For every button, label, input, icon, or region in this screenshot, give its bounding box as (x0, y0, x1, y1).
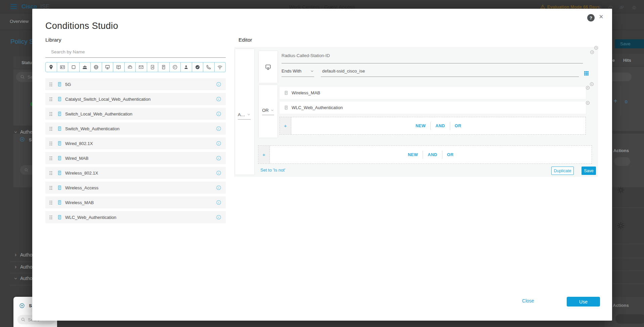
info-icon[interactable] (216, 170, 221, 176)
filter-network-device-icon[interactable] (102, 62, 114, 72)
document-icon (57, 200, 62, 205)
drag-handle-icon[interactable] (48, 185, 53, 190)
value-picker-grid-icon[interactable] (584, 71, 589, 76)
filter-location-pin-icon[interactable] (46, 62, 57, 72)
operator-select[interactable]: Ends With (282, 68, 314, 77)
remove-condition-icon[interactable] (586, 101, 590, 105)
plus-sign: + (284, 123, 287, 129)
remove-condition-icon[interactable] (594, 46, 598, 50)
info-icon[interactable] (216, 126, 221, 131)
attribute-type-card (259, 51, 277, 83)
inner-operator-select[interactable]: OR (262, 108, 274, 115)
drag-handle-icon[interactable] (48, 82, 53, 87)
library-list: 5G Catalyst_Switch_Local_Web_Authenticat… (45, 78, 226, 226)
filter-workstation-icon[interactable] (113, 62, 125, 72)
list-item-switch-web-authentication[interactable]: Switch_Web_Authentication (45, 123, 226, 135)
drag-handle-icon[interactable] (48, 171, 53, 176)
info-icon[interactable] (216, 111, 221, 116)
info-icon[interactable] (216, 155, 221, 161)
drag-handle-icon[interactable] (48, 215, 53, 220)
document-icon (57, 96, 62, 102)
info-icon[interactable] (216, 215, 221, 220)
duplicate-button[interactable]: Duplicate (551, 167, 574, 175)
filter-globe-icon[interactable] (91, 62, 102, 72)
actions-column-header: Actions (613, 303, 629, 308)
and-button[interactable]: AND (428, 152, 437, 157)
document-icon (57, 185, 62, 190)
editor-save-button[interactable]: Save (582, 167, 596, 175)
drop-plus-strip[interactable]: + (258, 146, 270, 164)
list-item-wired-8021x[interactable]: Wired_802.1X (45, 137, 226, 149)
or-button[interactable]: OR (447, 152, 454, 157)
filter-clock-icon[interactable] (170, 62, 181, 72)
filter-user-icon[interactable] (181, 62, 192, 72)
list-item-wlc-web-authentication[interactable]: WLC_Web_Authentication (45, 211, 226, 223)
set-is-not-link[interactable]: Set to 'Is not' (260, 168, 285, 173)
chevron-down-icon (13, 276, 18, 281)
list-item-wireless-mab[interactable]: Wireless_MAB (45, 196, 226, 208)
gear-icon (617, 222, 625, 230)
filter-user-group-icon[interactable] (80, 62, 91, 72)
remove-condition-icon[interactable] (590, 50, 594, 54)
list-item-catalyst-switch-local-web-authentication[interactable]: Catalyst_Switch_Local_Web_Authentication (45, 93, 226, 105)
filter-phone-icon[interactable] (203, 62, 215, 72)
drag-handle-icon[interactable] (48, 200, 53, 205)
drag-handle-icon[interactable] (48, 97, 53, 102)
new-button[interactable]: NEW (408, 152, 418, 157)
filter-server-file-icon[interactable] (158, 62, 170, 72)
info-icon[interactable] (216, 96, 221, 102)
remove-condition-icon[interactable] (586, 86, 590, 90)
divider (612, 284, 644, 284)
gear-icon (617, 186, 625, 194)
remove-condition-icon[interactable] (590, 82, 594, 86)
drag-handle-icon[interactable] (48, 126, 53, 131)
drag-handle-icon[interactable] (48, 141, 53, 146)
list-item-switch-local-web-authentication[interactable]: Switch_Local_Web_Authentication (45, 108, 226, 120)
condition-name: Wireless_Access (65, 185, 216, 190)
filter-id-card-icon[interactable] (57, 62, 69, 72)
status-column-header: Statu (22, 60, 32, 65)
info-icon[interactable] (216, 185, 221, 190)
and-button[interactable]: AND (435, 124, 445, 128)
actions-column-header: Actions (613, 148, 629, 153)
drop-plus-strip[interactable]: + (280, 117, 291, 134)
windows-icon (619, 5, 624, 10)
filter-file-export-icon[interactable] (147, 62, 159, 72)
authorization-row-1: Authori (13, 252, 35, 258)
condition-name: Wireless_802.1X (65, 171, 216, 176)
filter-checkbox-icon[interactable] (68, 62, 80, 72)
dialog-close-icon[interactable]: × (599, 13, 603, 20)
filter-wifi-icon[interactable] (215, 62, 226, 72)
condition-block-wlc-web-authentication[interactable]: WLC_Web_Authentication (280, 101, 586, 114)
hits-column-header: Hits (623, 58, 631, 63)
drag-handle-icon[interactable] (48, 111, 53, 116)
save-label: Save (620, 41, 631, 46)
condition-name: Wired_MAB (65, 156, 216, 161)
list-item-wired-mab[interactable]: Wired_MAB (45, 152, 226, 164)
list-item-wireless-access[interactable]: Wireless_Access (45, 182, 226, 194)
info-icon[interactable] (216, 141, 221, 146)
outer-operator-select[interactable]: A… (238, 112, 251, 120)
page-save-button: Save (615, 39, 644, 48)
use-button[interactable]: Use (567, 297, 600, 307)
plus-circle-icon (19, 137, 25, 142)
or-button[interactable]: OR (455, 124, 462, 128)
filter-printer-icon[interactable] (125, 62, 136, 72)
condition-block-label: WLC_Web_Authentication (292, 105, 343, 110)
info-icon[interactable] (216, 82, 221, 87)
condition-block-wireless-mab[interactable]: Wireless_MAB (280, 87, 586, 99)
attribute-value-input[interactable] (321, 66, 579, 77)
document-icon (57, 126, 62, 131)
condition-name: 5G (65, 82, 216, 87)
drag-handle-icon[interactable] (48, 156, 53, 161)
list-item-5g[interactable]: 5G (45, 78, 226, 90)
dialog-help-button[interactable]: ? (587, 14, 595, 21)
list-item-wireless-8021x[interactable]: Wireless_802.1X (45, 167, 226, 179)
new-button[interactable]: NEW (416, 124, 426, 128)
filter-check-badge-icon[interactable] (192, 62, 204, 72)
attribute-name-field[interactable]: Radius·Called-Station-ID (282, 53, 583, 63)
library-search-input[interactable] (45, 44, 226, 58)
close-button[interactable]: Close (516, 298, 540, 303)
filter-envelope-icon[interactable] (136, 62, 147, 72)
info-icon[interactable] (216, 200, 221, 205)
